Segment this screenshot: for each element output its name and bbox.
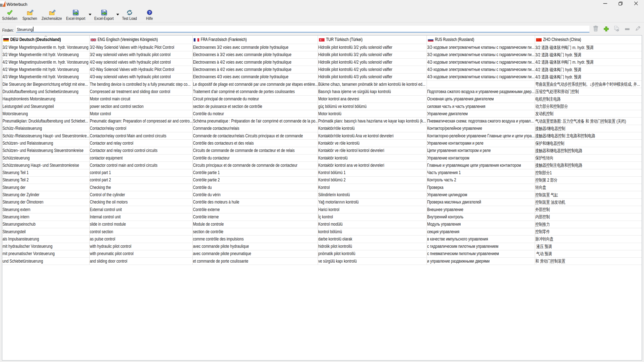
svg-text:?: ? xyxy=(148,10,150,15)
